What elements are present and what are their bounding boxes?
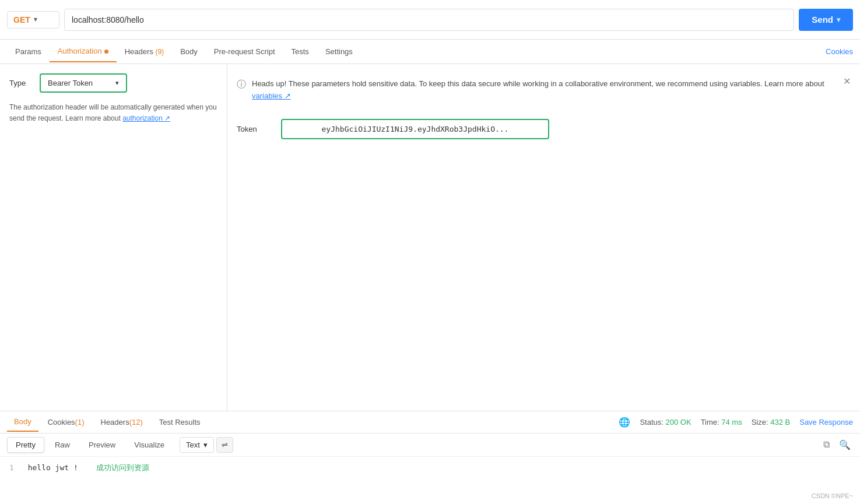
copy-icon[interactable]: ⧉ — [821, 437, 832, 453]
right-panel: ⓘ Heads up! These parameters hold sensit… — [227, 64, 860, 411]
bearer-chevron-icon: ▾ — [115, 79, 119, 87]
text-dropdown-chevron-icon: ▾ — [203, 440, 208, 449]
authorization-link[interactable]: authorization ↗ — [122, 114, 170, 122]
response-panel: Body Cookies(1) Headers(12) Test Results… — [0, 411, 860, 504]
type-row: Type Bearer Token ▾ — [9, 73, 217, 93]
tab-headers[interactable]: Headers (9) — [117, 41, 172, 62]
type-label: Type — [9, 79, 33, 87]
view-tab-preview[interactable]: Preview — [80, 438, 124, 452]
response-content: 1 hello jwt ! 成功访问到资源 — [0, 457, 860, 479]
view-tab-pretty[interactable]: Pretty — [7, 437, 44, 453]
authorization-dot — [104, 50, 108, 54]
size-value: 432 B — [770, 418, 790, 427]
watermark: CSDN ©NPE~ — [812, 492, 853, 499]
info-icon: ⓘ — [237, 79, 246, 91]
save-response-button[interactable]: Save Response — [799, 418, 853, 427]
method-label: GET — [13, 15, 30, 24]
resp-tab-body[interactable]: Body — [7, 413, 38, 432]
alert-text: Heads up! These parameters hold sensitiv… — [252, 78, 851, 103]
top-bar: GET ▾ Send ▾ — [0, 0, 860, 40]
tab-body[interactable]: Body — [172, 41, 206, 62]
response-tabs-bar: Body Cookies(1) Headers(12) Test Results… — [0, 411, 860, 433]
token-input[interactable] — [281, 119, 549, 139]
response-line-1-text: hello jwt ! — [28, 463, 78, 472]
token-row: Token — [237, 119, 851, 139]
tab-prerequest[interactable]: Pre-request Script — [206, 41, 283, 62]
view-tabs-bar: Pretty Raw Preview Visualize Text ▾ ⇌ ⧉ … — [0, 433, 860, 457]
line-number-1: 1 — [9, 463, 14, 472]
view-tab-raw[interactable]: Raw — [47, 438, 78, 452]
authorization-description: The authorization header will be automat… — [9, 102, 217, 124]
resp-tab-cookies[interactable]: Cookies(1) — [41, 413, 92, 431]
response-status-bar: 🌐 Status: 200 OK Time: 74 ms Size: 432 B… — [619, 417, 853, 428]
text-format-dropdown[interactable]: Text ▾ — [180, 437, 214, 453]
main-content: Type Bearer Token ▾ The authorization he… — [0, 64, 860, 411]
cookies-link[interactable]: Cookies — [826, 47, 853, 56]
bearer-token-dropdown[interactable]: Bearer Token ▾ — [40, 73, 127, 93]
method-dropdown[interactable]: GET ▾ — [7, 11, 59, 29]
method-chevron-icon: ▾ — [34, 16, 37, 23]
action-icons: ⧉ 🔍 — [821, 437, 853, 453]
variables-link[interactable]: variables ↗ — [252, 91, 291, 100]
status-label: Status: 200 OK — [640, 418, 691, 427]
resp-tab-headers[interactable]: Headers(12) — [94, 413, 150, 431]
request-tabs-bar: Params Authorization Headers (9) Body Pr… — [0, 40, 860, 64]
status-value: 200 OK — [666, 418, 691, 427]
wrap-button[interactable]: ⇌ — [216, 437, 233, 453]
search-icon[interactable]: 🔍 — [837, 437, 853, 453]
close-icon[interactable]: ✕ — [843, 76, 851, 87]
alert-box: ⓘ Heads up! These parameters hold sensit… — [237, 73, 851, 107]
tab-settings[interactable]: Settings — [317, 41, 361, 62]
tab-tests[interactable]: Tests — [283, 41, 317, 62]
token-label: Token — [237, 125, 272, 133]
time-label: Time: 74 ms — [701, 418, 742, 427]
send-chevron-icon: ▾ — [837, 16, 840, 24]
tab-authorization[interactable]: Authorization — [50, 41, 117, 62]
wrap-icon: ⇌ — [222, 440, 228, 449]
send-button[interactable]: Send ▾ — [799, 9, 853, 31]
globe-icon: 🌐 — [619, 417, 630, 428]
size-label: Size: 432 B — [752, 418, 791, 427]
tab-params[interactable]: Params — [7, 41, 50, 62]
resp-tab-test-results[interactable]: Test Results — [152, 413, 208, 431]
response-chinese-text: 成功访问到资源 — [96, 463, 149, 472]
left-panel: Type Bearer Token ▾ The authorization he… — [0, 64, 227, 411]
url-input[interactable] — [64, 9, 794, 31]
view-tab-visualize[interactable]: Visualize — [126, 438, 173, 452]
time-value: 74 ms — [721, 418, 742, 427]
